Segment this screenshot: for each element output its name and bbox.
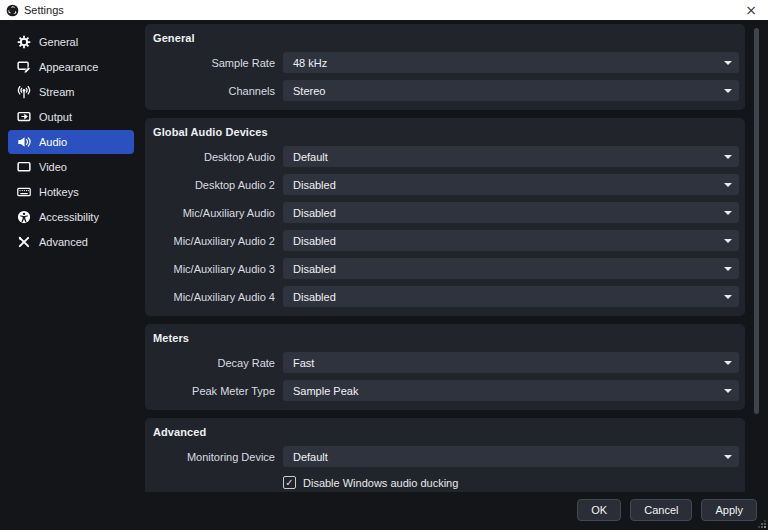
row-label: Mic/Auxiliary Audio [153,207,275,219]
sidebar-item-label: Appearance [39,61,98,73]
chevron-down-icon[interactable] [717,380,739,401]
row-label: Decay Rate [153,357,275,369]
broadcast-icon [17,85,31,99]
gear-icon [17,35,31,49]
sidebar-item-label: Output [39,111,72,123]
chevron-down-icon[interactable] [717,446,739,467]
dropdown-mic-auxiliary-audio[interactable]: Disabled [283,202,739,223]
dropdown-decay-rate[interactable]: Fast [283,352,739,373]
dropdown-desktop-audio-2[interactable]: Disabled [283,174,739,195]
dropdown-channels[interactable]: Stereo [283,80,739,101]
section-title: Global Audio Devices [153,126,739,138]
dropdown-value: 48 kHz [293,57,327,69]
settings-row-channels: ChannelsStereo [153,80,739,101]
settings-row-mic-auxiliary-audio-2: Mic/Auxiliary Audio 2Disabled [153,230,739,251]
dropdown-value: Disabled [293,207,336,219]
apply-button[interactable]: Apply [701,499,757,521]
settings-window-body: GeneralAppearanceStreamOutputAudioVideoH… [0,20,768,530]
sidebar-item-label: Video [39,161,67,173]
dropdown-value: Default [293,451,328,463]
settings-row-mic-auxiliary-audio-4: Mic/Auxiliary Audio 4Disabled [153,286,739,307]
dropdown-sample-rate[interactable]: 48 kHz [283,52,739,73]
sidebar-item-label: Hotkeys [39,186,79,198]
dropdown-value: Disabled [293,263,336,275]
section-global-audio-devices: Global Audio DevicesDesktop AudioDefault… [145,118,745,316]
settings-sidebar: GeneralAppearanceStreamOutputAudioVideoH… [0,30,142,255]
section-title: Advanced [153,426,739,438]
section-meters: MetersDecay RateFastPeak Meter TypeSampl… [145,324,745,410]
settings-row-peak-meter-type: Peak Meter TypeSample Peak [153,380,739,401]
settings-row-sample-rate: Sample Rate48 kHz [153,52,739,73]
sidebar-item-video[interactable]: Video [8,155,134,179]
dropdown-desktop-audio[interactable]: Default [283,146,739,167]
sidebar-item-stream[interactable]: Stream [8,80,134,104]
sidebar-item-advanced[interactable]: Advanced [8,230,134,254]
chevron-down-icon[interactable] [717,258,739,279]
section-title: Meters [153,332,739,344]
chevron-down-icon[interactable] [717,52,739,73]
checkbox-row-disable-windows-audio-ducking: ✓Disable Windows audio ducking [283,476,739,489]
ok-button[interactable]: OK [577,499,621,521]
window-title: Settings [24,4,64,16]
speaker-icon [17,135,31,149]
close-icon[interactable]: × [742,3,760,17]
row-label: Channels [153,85,275,97]
chevron-down-icon[interactable] [717,146,739,167]
dropdown-value: Disabled [293,291,336,303]
row-label: Mic/Auxiliary Audio 2 [153,235,275,247]
appearance-icon [17,60,31,74]
settings-row-desktop-audio: Desktop AudioDefault [153,146,739,167]
sidebar-item-label: Advanced [39,236,88,248]
dropdown-mic-auxiliary-audio-2[interactable]: Disabled [283,230,739,251]
sidebar-item-audio[interactable]: Audio [8,130,134,154]
sidebar-item-general[interactable]: General [8,30,134,54]
sidebar-item-label: Accessibility [39,211,99,223]
checkbox-disable-windows-audio-ducking[interactable]: ✓ [283,476,296,489]
row-label: Mic/Auxiliary Audio 4 [153,291,275,303]
sidebar-item-label: General [39,36,78,48]
settings-row-mic-auxiliary-audio-3: Mic/Auxiliary Audio 3Disabled [153,258,739,279]
sidebar-item-hotkeys[interactable]: Hotkeys [8,180,134,204]
chevron-down-icon[interactable] [717,230,739,251]
dropdown-value: Stereo [293,85,325,97]
vertical-scrollbar[interactable] [754,28,759,414]
dropdown-value: Default [293,151,328,163]
dropdown-peak-meter-type[interactable]: Sample Peak [283,380,739,401]
tools-icon [17,235,31,249]
chevron-down-icon[interactable] [717,174,739,195]
sidebar-item-label: Audio [39,136,67,148]
row-label: Desktop Audio [153,151,275,163]
resize-grip-icon[interactable] [758,520,766,528]
settings-row-mic-auxiliary-audio: Mic/Auxiliary AudioDisabled [153,202,739,223]
accessibility-icon [17,210,31,224]
obs-logo-icon [6,4,19,17]
row-label: Monitoring Device [153,451,275,463]
chevron-down-icon[interactable] [717,80,739,101]
sidebar-item-label: Stream [39,86,74,98]
keyboard-icon [17,185,31,199]
section-advanced: AdvancedMonitoring DeviceDefault✓Disable… [145,418,745,492]
settings-row-desktop-audio-2: Desktop Audio 2Disabled [153,174,739,195]
sidebar-item-accessibility[interactable]: Accessibility [8,205,134,229]
dropdown-monitoring-device[interactable]: Default [283,446,739,467]
dropdown-mic-auxiliary-audio-3[interactable]: Disabled [283,258,739,279]
section-general: GeneralSample Rate48 kHzChannelsStereo [145,24,745,110]
chevron-down-icon[interactable] [717,352,739,373]
dropdown-mic-auxiliary-audio-4[interactable]: Disabled [283,286,739,307]
settings-row-monitoring-device: Monitoring DeviceDefault [153,446,739,467]
checkbox-label[interactable]: Disable Windows audio ducking [303,477,458,489]
chevron-down-icon[interactable] [717,202,739,223]
chevron-down-icon[interactable] [717,286,739,307]
sidebar-item-output[interactable]: Output [8,105,134,129]
titlebar: Settings × [0,0,768,20]
footer-buttons: OK Cancel Apply [577,499,757,521]
cancel-button[interactable]: Cancel [630,499,692,521]
dropdown-value: Sample Peak [293,385,358,397]
row-label: Sample Rate [153,57,275,69]
settings-row-decay-rate: Decay RateFast [153,352,739,373]
sidebar-item-appearance[interactable]: Appearance [8,55,134,79]
settings-content: GeneralSample Rate48 kHzChannelsStereoGl… [145,24,745,492]
row-label: Mic/Auxiliary Audio 3 [153,263,275,275]
dropdown-value: Disabled [293,235,336,247]
dropdown-value: Fast [293,357,314,369]
